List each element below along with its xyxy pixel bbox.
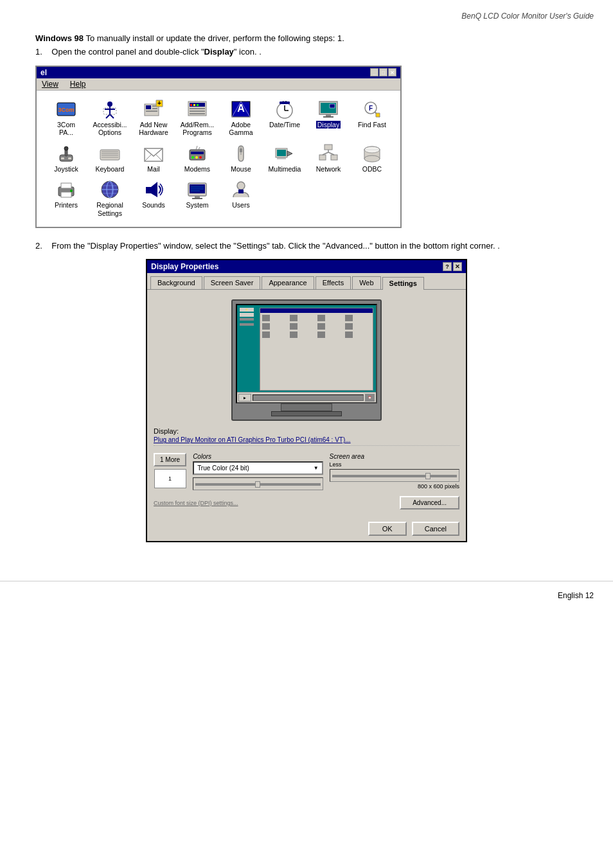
cp-titlebar: el _ □ ✕ bbox=[37, 67, 400, 78]
keyboard-label: Keyboard bbox=[96, 165, 125, 173]
odbc-label: ODBC bbox=[362, 165, 382, 173]
svg-rect-35 bbox=[330, 104, 335, 108]
cp-icon-addremove[interactable]: Add/Rem...Programs bbox=[175, 97, 219, 138]
svg-point-56 bbox=[191, 156, 194, 159]
cp-icon-joystick[interactable]: Joystick bbox=[44, 141, 88, 175]
colors-dropdown[interactable]: True Color (24 bit) ▼ bbox=[193, 461, 323, 475]
svg-text:A: A bbox=[237, 103, 245, 114]
cp-icon-mouse[interactable]: Mouse bbox=[219, 141, 263, 175]
mail-icon bbox=[143, 143, 164, 164]
dialog-close-btn[interactable]: ✕ bbox=[453, 262, 462, 271]
cp-title-text: el bbox=[40, 68, 47, 77]
dialog-titlebar-controls: ? ✕ bbox=[443, 262, 462, 271]
advanced-button[interactable]: Advanced... bbox=[400, 496, 459, 509]
step2-bold1: Display Properties bbox=[91, 241, 159, 251]
tab-effects[interactable]: Effects bbox=[315, 276, 351, 289]
cp-icon-regional[interactable]: RegionalSettings bbox=[88, 177, 132, 218]
datetime-icon: 12 bbox=[274, 98, 296, 120]
svg-line-5 bbox=[106, 114, 110, 118]
tab-appearance[interactable]: Appearance bbox=[262, 276, 314, 289]
svg-line-60 bbox=[199, 147, 200, 150]
svg-rect-17 bbox=[190, 104, 192, 106]
cp-icon-multimedia[interactable]: Multimedia bbox=[263, 141, 306, 175]
dialog-help-btn[interactable]: ? bbox=[443, 262, 452, 271]
cp-icon-network[interactable]: Network bbox=[306, 141, 350, 175]
monitor-stand bbox=[271, 411, 342, 416]
cp-icon-modems[interactable]: Modems bbox=[175, 141, 219, 175]
cp-icon-odbc[interactable]: ODBC bbox=[350, 141, 394, 175]
cp-icon-printers[interactable]: Printers bbox=[44, 177, 88, 218]
menu-view[interactable]: View bbox=[40, 79, 60, 89]
adobe-icon: A bbox=[230, 98, 252, 120]
svg-rect-66 bbox=[277, 157, 286, 159]
svg-rect-21 bbox=[190, 111, 205, 112]
tab-screensaver[interactable]: Screen Saver bbox=[204, 276, 261, 289]
desktop-icon2 bbox=[240, 313, 254, 317]
addremove-icon bbox=[186, 98, 208, 120]
cp-maximize-btn[interactable]: □ bbox=[379, 68, 387, 76]
monitor-base bbox=[281, 403, 332, 411]
more-button[interactable]: 1 More bbox=[154, 453, 186, 466]
ok-button[interactable]: OK bbox=[368, 522, 407, 536]
cp-icon-users[interactable]: Users bbox=[219, 177, 263, 218]
cancel-button[interactable]: Cancel bbox=[412, 522, 459, 536]
screen-number-text: 1 bbox=[168, 475, 172, 482]
screen-area-range: Less bbox=[330, 461, 459, 468]
svg-rect-19 bbox=[197, 104, 199, 106]
screen-area-label: Screen area bbox=[330, 453, 459, 460]
network-label: Network bbox=[316, 165, 341, 173]
cp-icon-keyboard[interactable]: Keyboard bbox=[88, 141, 132, 175]
cp-icon-findfast[interactable]: F Find Fast bbox=[350, 97, 394, 138]
display-info: Display: Plug and Play Monitor on ATI Gr… bbox=[154, 424, 459, 453]
inner-titlebar bbox=[260, 308, 373, 313]
svg-rect-18 bbox=[193, 104, 195, 106]
cp-close-btn[interactable]: ✕ bbox=[388, 68, 396, 76]
cp-icon-adobe[interactable]: A AdobeGamma bbox=[219, 97, 263, 138]
svg-point-80 bbox=[70, 190, 73, 192]
svg-point-95 bbox=[237, 182, 245, 190]
svg-marker-65 bbox=[287, 151, 292, 156]
svg-text:3Com: 3Com bbox=[58, 107, 74, 113]
cp-icon-mail[interactable]: Mail bbox=[132, 141, 175, 175]
desktop-icon3 bbox=[240, 318, 254, 321]
inner-icon bbox=[290, 323, 298, 330]
screen-area-slider[interactable] bbox=[330, 469, 459, 482]
step2-text: 2. From the "Display Properties" window,… bbox=[35, 240, 578, 253]
cp-icon-addnew[interactable]: + Add NewHardware bbox=[132, 97, 175, 138]
page-header: BenQ LCD Color Monitor User's Guide bbox=[0, 0, 613, 26]
desktop-left-icons: 📁 bbox=[240, 308, 254, 326]
tab-settings[interactable]: Settings bbox=[382, 277, 424, 290]
svg-marker-39 bbox=[376, 113, 380, 117]
step2-end: " button in the bottom right corner. . bbox=[369, 241, 500, 251]
slider-thumb[interactable] bbox=[255, 481, 260, 488]
control-panel-window: el _ □ ✕ View Help 3Com bbox=[35, 66, 402, 228]
users-icon bbox=[230, 179, 252, 200]
screen-slider-thumb[interactable] bbox=[425, 473, 431, 479]
menu-help[interactable]: Help bbox=[68, 79, 88, 89]
footer: English 12 bbox=[0, 581, 613, 607]
3com-icon: 3Com bbox=[55, 98, 77, 120]
cp-minimize-btn[interactable]: _ bbox=[370, 68, 378, 76]
inner-icon bbox=[345, 323, 353, 330]
odbc-icon bbox=[361, 143, 383, 164]
cp-icon-3com[interactable]: 3Com 3ComPA... bbox=[44, 97, 88, 138]
dialog-tabs: Background Screen Saver Appearance Effec… bbox=[147, 273, 466, 290]
mouse-label: Mouse bbox=[231, 165, 251, 173]
cp-icon-sounds[interactable]: Sounds bbox=[132, 177, 175, 218]
modems-label: Modems bbox=[184, 165, 210, 173]
cp-icon-accessibility[interactable]: Accessibi...Options bbox=[88, 97, 132, 138]
svg-rect-79 bbox=[61, 192, 71, 197]
tab-web[interactable]: Web bbox=[352, 276, 380, 289]
cp-icon-display[interactable]: Display bbox=[306, 97, 350, 138]
accessibility-icon bbox=[99, 98, 121, 120]
svg-rect-86 bbox=[146, 187, 151, 193]
svg-point-58 bbox=[199, 156, 202, 159]
3com-label: 3ComPA... bbox=[57, 121, 75, 137]
cp-icon-system[interactable]: System bbox=[175, 177, 219, 218]
tab-background[interactable]: Background bbox=[150, 276, 202, 289]
colors-slider[interactable] bbox=[193, 477, 323, 490]
addnew-label: Add NewHardware bbox=[139, 121, 168, 137]
mail-label: Mail bbox=[147, 165, 159, 173]
cp-icons-grid: 3Com 3ComPA... bbox=[44, 97, 393, 219]
cp-icon-datetime[interactable]: 12 Date/Time bbox=[263, 97, 306, 138]
